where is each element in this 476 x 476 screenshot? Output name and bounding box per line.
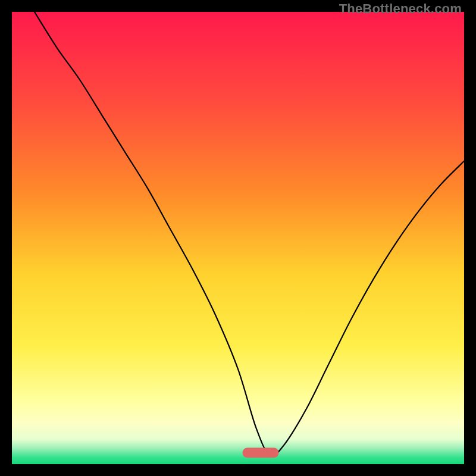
chart-frame (12, 12, 464, 464)
watermark-text: TheBottleneck.com (339, 1, 462, 17)
bottleneck-chart (12, 12, 464, 464)
optimal-marker (243, 448, 279, 458)
